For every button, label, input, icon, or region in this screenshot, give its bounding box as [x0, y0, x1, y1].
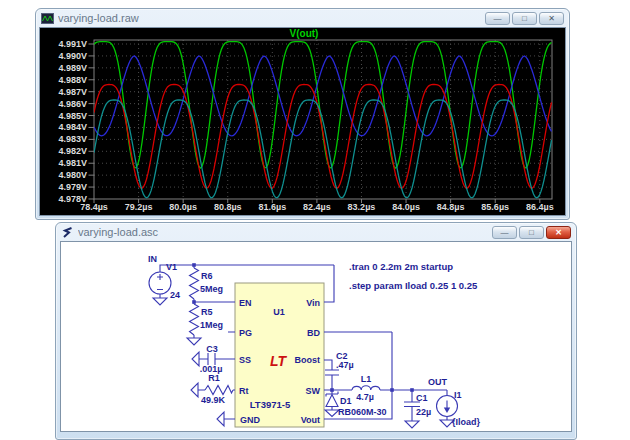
- schematic-label-pin-gnd[interactable]: GND: [240, 415, 261, 425]
- plot-x-tick-label: 80.0µs: [169, 202, 197, 212]
- schematic-label-directive-step[interactable]: .step param Iload 0.25 1 0.25: [349, 280, 478, 291]
- plot-y-tick-label: 4.981V: [58, 158, 87, 168]
- plot-y-tick-label: 4.986V: [58, 99, 87, 109]
- schematic-canvas[interactable]: INV124R65MegR51MegC3.001µR149.9KC2.47µL1…: [60, 241, 572, 432]
- minimize-button[interactable]: —: [492, 226, 517, 239]
- schematic-label-pin-pg[interactable]: PG: [239, 328, 252, 338]
- schematic-label-l1-value[interactable]: 4.7µ: [356, 392, 374, 402]
- plot-x-tick-label: 84.0µs: [392, 202, 420, 212]
- ground-symbol: [191, 383, 198, 397]
- schematic-label-node-out[interactable]: OUT: [428, 377, 448, 387]
- schematic-label-i1-ref[interactable]: I1: [454, 390, 462, 400]
- plot-x-tick-label: 83.2µs: [348, 202, 376, 212]
- schematic-label-d1-ref[interactable]: D1: [340, 396, 352, 406]
- schematic-label-pin-boost[interactable]: Boost: [295, 355, 321, 365]
- plot-x-tick-label: 78.4µs: [80, 202, 108, 212]
- maximize-button[interactable]: □: [519, 226, 544, 239]
- schematic-label-i1-value[interactable]: {Iload}: [452, 417, 481, 427]
- plot-y-tick-label: 4.987V: [58, 87, 87, 97]
- plot-x-tick-label: 85.6µs: [481, 202, 509, 212]
- schematic-label-c3-ref[interactable]: C3: [206, 344, 218, 354]
- plot-y-tick-label: 4.983V: [58, 134, 87, 144]
- plot-x-tick-label: 82.4µs: [303, 202, 331, 212]
- schematic-label-r5-value[interactable]: 1Meg: [200, 320, 223, 330]
- schematic-window-title: varying-load.asc: [78, 226, 488, 238]
- ground-symbol: [192, 352, 199, 366]
- plot-y-tick-label: 4.980V: [58, 170, 87, 180]
- schematic-label-c1-ref[interactable]: C1: [416, 393, 428, 403]
- plot-x-tick-label: 81.6µs: [258, 202, 286, 212]
- schematic-label-l1-ref[interactable]: L1: [361, 374, 372, 384]
- plot-x-tick-label: 84.8µs: [437, 202, 465, 212]
- schematic-label-v1-ref[interactable]: V1: [166, 262, 177, 272]
- resistor-r5: [190, 304, 199, 335]
- plot-y-tick-label: 4.984V: [58, 122, 87, 132]
- maximize-button[interactable]: □: [512, 12, 537, 25]
- plot-legend-vout[interactable]: V(out): [290, 28, 319, 39]
- schematic-label-pin-vout[interactable]: Vout: [301, 415, 320, 425]
- schematic-label-r6-ref[interactable]: R6: [201, 271, 213, 281]
- plot-y-tick-label: 4.990V: [58, 51, 87, 61]
- schematic-label-r1-ref[interactable]: R1: [208, 373, 220, 383]
- close-button[interactable]: ✕: [539, 12, 564, 25]
- schematic-label-v1-value[interactable]: 24: [170, 290, 180, 300]
- plot-x-tick-label: 79.2µs: [125, 202, 153, 212]
- schematic-label-directive-tran[interactable]: .tran 0 2.2m 2m startup: [349, 261, 453, 272]
- plot-y-tick-label: 4.979V: [58, 182, 87, 192]
- ground-symbol: [187, 338, 201, 345]
- plot-x-tick-label: 80.8µs: [214, 202, 242, 212]
- plot-y-tick-label: 4.982V: [58, 146, 87, 156]
- waveform-file-icon[interactable]: [41, 12, 54, 25]
- schematic-label-pin-rt[interactable]: Rt: [239, 386, 249, 396]
- capacitor-c2: [325, 370, 339, 375]
- waveform-window-title: varying-load.raw: [58, 12, 481, 24]
- schematic-label-pin-ss[interactable]: SS: [239, 355, 251, 365]
- ground-symbol: [217, 412, 224, 426]
- schematic-label-u1-ref[interactable]: U1: [273, 307, 285, 317]
- minimize-button[interactable]: —: [485, 12, 510, 25]
- plot-y-tick-label: 4.985V: [58, 111, 87, 121]
- schematic-window: varying-load.asc — □ ✕: [55, 222, 577, 440]
- resistor-r6: [190, 268, 199, 299]
- plot-y-tick-label: 4.988V: [58, 75, 87, 85]
- schematic-label-d1-value[interactable]: RB060M-30: [338, 407, 387, 417]
- close-button[interactable]: ✕: [546, 226, 571, 239]
- schematic-file-icon[interactable]: [61, 226, 74, 239]
- waveform-window: varying-load.raw — □ ✕ 4.991V4.990V4.989…: [35, 8, 570, 220]
- plot-y-tick-label: 4.989V: [58, 63, 87, 73]
- schematic-label-r6-value[interactable]: 5Meg: [200, 284, 223, 294]
- schematic-label-c1-value[interactable]: 22µ: [416, 407, 431, 417]
- ground-symbol: [325, 410, 339, 417]
- schematic-label-r1-value[interactable]: 49.9K: [201, 395, 226, 405]
- schematic-label-u1-logo[interactable]: LT: [270, 353, 288, 369]
- resistor-r1: [205, 386, 233, 395]
- schematic-label-u1-part[interactable]: LT3971-5: [250, 399, 291, 410]
- schematic-titlebar[interactable]: varying-load.asc — □ ✕: [56, 223, 576, 241]
- schematic-label-pin-en[interactable]: EN: [239, 298, 252, 308]
- schematic-label-r5-ref[interactable]: R5: [201, 307, 213, 317]
- schematic-label-node-in[interactable]: IN: [148, 254, 157, 264]
- waveform-plot-canvas[interactable]: 4.991V4.990V4.989V4.988V4.987V4.986V4.98…: [39, 27, 566, 216]
- schematic-label-pin-bd[interactable]: BD: [307, 328, 320, 338]
- inductor-l1: [352, 386, 380, 390]
- schematic-label-pin-vin[interactable]: Vin: [306, 298, 320, 308]
- ground-symbol: [153, 298, 167, 305]
- diode-d1: [326, 392, 338, 407]
- plot-y-tick-label: 4.991V: [58, 39, 87, 49]
- plot-x-tick-label: 86.4µs: [526, 202, 554, 212]
- ground-symbol: [405, 421, 419, 428]
- schematic-label-c2-value[interactable]: .47µ: [336, 360, 354, 370]
- schematic-label-pin-sw[interactable]: SW: [306, 386, 321, 396]
- waveform-titlebar[interactable]: varying-load.raw — □ ✕: [36, 9, 569, 27]
